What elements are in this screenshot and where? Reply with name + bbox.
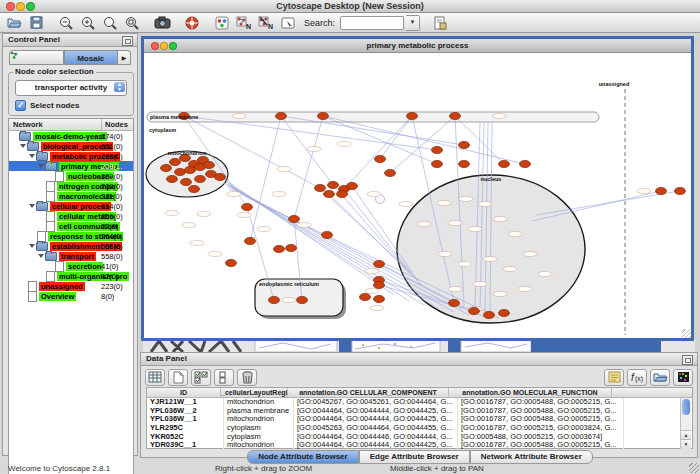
network-node-34[interactable]: [520, 160, 531, 167]
table-scrollbar[interactable]: ▲ ▼: [680, 398, 691, 449]
table-row-YKR052C[interactable]: YKR052Ccytoplasm[GO:0044464, GO:0044446,…: [147, 433, 692, 442]
network-node-10[interactable]: [175, 168, 186, 175]
vizmapper-icon[interactable]: [212, 14, 232, 32]
network-node-32[interactable]: [459, 160, 470, 167]
node-label-oval-37[interactable]: [448, 286, 462, 291]
notes-icon[interactable]: [604, 369, 624, 386]
window-resize-grip[interactable]: [682, 329, 691, 338]
expander-icon[interactable]: [38, 254, 44, 258]
node-label-oval-34[interactable]: [523, 251, 537, 256]
network-node-18[interactable]: [189, 185, 200, 192]
table-row-YPL036W__2[interactable]: YPL036W__2plasma membrane[GO:0044464, GO…: [147, 407, 692, 416]
edge-14[interactable]: [250, 116, 281, 241]
node-label-oval-33[interactable]: [503, 266, 517, 271]
node-label-oval-30[interactable]: [438, 251, 452, 256]
network-node-45[interactable]: [374, 281, 385, 288]
edge-20[interactable]: [323, 116, 525, 164]
node-label-oval-25[interactable]: [478, 201, 492, 206]
node-label-oval-24[interactable]: [459, 196, 473, 201]
network-node-6[interactable]: [170, 158, 181, 165]
network-node-25[interactable]: [226, 259, 237, 266]
tree-row-mosaic-demo-yeast[interactable]: mosaic-demo-yeast874(0): [9, 131, 133, 141]
import-attributes-icon[interactable]: [650, 369, 670, 386]
tree-row-cellular-metabo[interactable]: cellular metabo209(0): [9, 211, 133, 221]
edge-11[interactable]: [344, 116, 412, 189]
network-node-41[interactable]: [656, 187, 667, 194]
table-row-YPL036W__1[interactable]: YPL036W__1mitochondrion[GO:0044464, GO:0…: [147, 415, 692, 424]
network-node-49[interactable]: [297, 296, 308, 303]
node-label-oval-9[interactable]: [197, 211, 211, 216]
node-label-oval-21[interactable]: [370, 305, 384, 310]
zoom-fit-icon[interactable]: [122, 14, 142, 32]
network-node-13[interactable]: [204, 161, 215, 168]
network-node-48[interactable]: [269, 296, 280, 303]
network-node-23[interactable]: [274, 245, 285, 252]
network-node-19[interactable]: [215, 173, 226, 180]
table-row-YLR295C[interactable]: YLR295Ccytoplasm[GO:0045263, GO:0044464,…: [147, 424, 692, 433]
node-label-oval-7[interactable]: [272, 191, 286, 196]
node-label-oval-10[interactable]: [277, 166, 291, 171]
node-label-oval-31[interactable]: [458, 261, 472, 266]
network-node-43[interactable]: [374, 260, 385, 267]
scroll-down-icon[interactable]: ▼: [681, 439, 691, 449]
network-node-11[interactable]: [185, 166, 196, 173]
network-node-51[interactable]: [484, 311, 495, 318]
destroy-network-view-icon[interactable]: N: [256, 14, 276, 32]
network-canvas[interactable]: plasma membranecytoplasmmitochondrionnuc…: [144, 53, 691, 339]
node-label-oval-11[interactable]: [307, 146, 321, 151]
tree-row-response-to-stimulu[interactable]: response to stimulu264(0): [9, 231, 133, 241]
node-label-oval-4[interactable]: [237, 212, 251, 217]
tree-col-network[interactable]: Network: [9, 119, 102, 130]
select-nodes-checkbox[interactable]: ✓: [15, 100, 26, 111]
network-node-53[interactable]: [499, 309, 510, 316]
tree-row-nucleobase-[interactable]: nucleobase-209(0): [9, 171, 133, 181]
node-label-oval-14[interactable]: [399, 201, 413, 206]
expander-icon[interactable]: [29, 244, 35, 248]
help-icon[interactable]: [182, 14, 202, 32]
node-label-oval-3[interactable]: [208, 251, 222, 256]
network-node-29[interactable]: [432, 146, 443, 153]
zoom-view-icon[interactable]: [169, 42, 177, 50]
network-node-21[interactable]: [289, 215, 300, 222]
zoom-window-icon[interactable]: [26, 2, 35, 11]
network-node-52[interactable]: [449, 299, 460, 306]
zoom-out-icon[interactable]: [56, 14, 76, 32]
tree-row-cellular-process[interactable]: cellular process614(0): [9, 201, 133, 211]
network-node-5[interactable]: [161, 164, 172, 171]
node-label-oval-26[interactable]: [448, 220, 462, 225]
node-label-oval-38[interactable]: [518, 286, 532, 291]
column-header-1[interactable]: _cellularLayoutRegion: [221, 388, 288, 397]
expander-icon[interactable]: [20, 144, 26, 148]
tree-row-secretion[interactable]: secretion41(0): [9, 261, 133, 271]
network-node-30[interactable]: [459, 141, 470, 148]
node-label-oval-19[interactable]: [365, 268, 379, 273]
network-node-28[interactable]: [385, 169, 396, 176]
network-node-36[interactable]: [328, 181, 339, 188]
network-node-40[interactable]: [337, 190, 348, 197]
table-row-YDR039C__1[interactable]: YDR039C__1mitochondrion[GO:0044464, GO:0…: [147, 441, 692, 450]
node-label-oval-13[interactable]: [367, 191, 381, 196]
save-icon[interactable]: [26, 14, 46, 32]
snapshot-icon[interactable]: [152, 14, 172, 32]
unselect-attributes-icon[interactable]: [214, 369, 234, 386]
tree-row-transport[interactable]: transport558(0): [9, 251, 133, 261]
tree-row-nitrogen-compo[interactable]: nitrogen compo209(0): [9, 181, 133, 191]
tree-row-multi-organism-pro[interactable]: multi-organism pro42(0): [9, 271, 133, 281]
node-label-oval-23[interactable]: [437, 200, 451, 205]
zoom-selected-icon[interactable]: [100, 14, 120, 32]
tab-network[interactable]: Network: [9, 50, 64, 65]
tab-overflow-icon[interactable]: ▶: [118, 50, 131, 65]
tree-row-metabolic-process[interactable]: metabolic process280(0): [9, 151, 133, 161]
node-label-oval-6[interactable]: [297, 222, 311, 227]
tree-col-nodes[interactable]: Nodes: [102, 119, 133, 130]
minimize-view-icon[interactable]: [160, 42, 168, 50]
node-label-oval-15[interactable]: [417, 221, 431, 226]
node-label-oval-0[interactable]: [232, 113, 246, 118]
node-label-oval-8[interactable]: [227, 191, 241, 196]
plugin-manager-icon[interactable]: [430, 14, 450, 32]
node-label-oval-2[interactable]: [190, 240, 204, 245]
network-node-42[interactable]: [675, 187, 686, 194]
delete-attribute-icon[interactable]: [237, 369, 257, 386]
node-label-oval-16[interactable]: [165, 210, 179, 215]
create-network-view-icon[interactable]: N: [234, 14, 254, 32]
